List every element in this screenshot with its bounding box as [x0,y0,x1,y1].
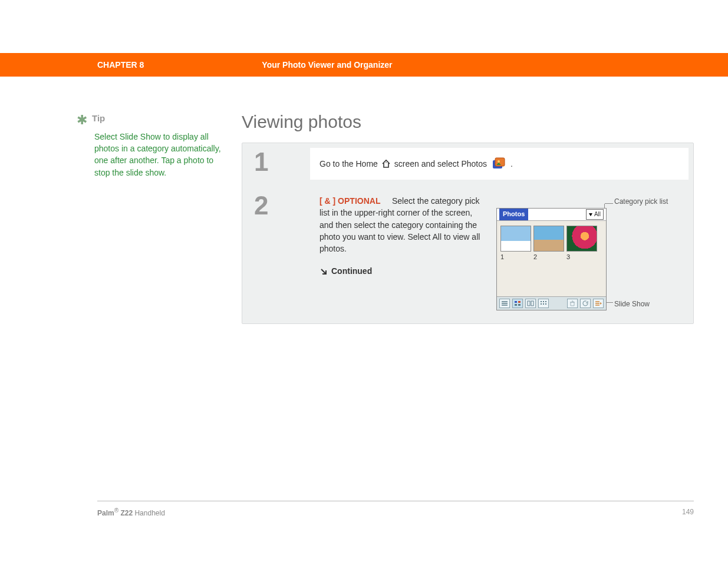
step-2: 2 [ & ] OPTIONAL Select the category pic… [242,187,693,323]
step-2-body: [ & ] OPTIONAL Select the category pick … [310,187,689,319]
svg-point-3 [498,160,500,163]
thumbnail[interactable]: 3 [566,226,596,262]
view-large-thumb-icon[interactable] [512,299,523,308]
svg-point-0 [386,162,387,163]
tip-body: Select Slide Show to display all photos … [94,131,230,178]
slideshow-icon[interactable] [593,299,604,308]
svg-rect-8 [528,301,530,306]
view-medium-thumb-icon[interactable] [525,299,536,308]
device-screenshot: Photos All 1 [496,208,607,310]
svg-rect-5 [518,301,521,303]
screenshot-area: Category pick list Photos All [496,195,679,310]
chapter-header: CHAPTER 8 Your Photo Viewer and Organize… [0,53,728,77]
picklist-value: All [594,210,601,219]
svg-rect-15 [545,303,546,305]
app-toolbar [497,296,606,310]
view-list-icon[interactable] [499,299,510,308]
steps-container: 1 Go to the Home screen and select Photo… [242,143,694,324]
continued-label: Continued [331,265,372,277]
step1-period: . [510,158,513,170]
svg-rect-14 [543,303,544,305]
page-number: 149 [682,508,694,516]
tip-sidebar: ✱ Tip Select Slide Show to display all p… [77,112,230,324]
callout-line [606,302,613,303]
chapter-title: Your Photo Viewer and Organizer [262,60,392,70]
home-icon [381,159,391,168]
app-header: Photos All [497,209,606,221]
asterisk-icon: ✱ [77,111,87,130]
optional-label: OPTIONAL [338,196,380,206]
app-title: Photos [499,209,528,220]
category-picklist[interactable]: All [586,209,604,220]
svg-rect-12 [545,301,546,302]
svg-rect-4 [515,301,517,303]
thumbnail-label: 1 [500,253,530,262]
svg-rect-13 [541,303,542,305]
view-small-thumb-icon[interactable] [538,299,549,308]
main-content: Viewing photos 1 Go to the Home screen a… [242,112,694,324]
tip-label: Tip [92,112,105,125]
svg-rect-10 [541,301,542,302]
step-number: 1 [242,143,310,184]
thumbnail-image [500,226,531,252]
photos-app-icon [490,156,507,171]
dropdown-triangle-icon [589,213,592,216]
callout-line [605,203,613,204]
step1-text-pre: Go to the Home [319,158,378,170]
thumbnail-image [533,226,564,252]
step-1: 1 Go to the Home screen and select Photo… [242,143,693,184]
section-heading: Viewing photos [242,112,694,132]
callout-slideshow: Slide Show [614,299,650,309]
svg-rect-6 [515,304,517,306]
continued-indicator: Continued [319,265,487,277]
step1-text-post: screen and select Photos [394,158,487,170]
optional-prefix: [ & ] [319,196,335,206]
continued-arrow-icon [319,267,328,276]
svg-rect-11 [543,301,544,302]
thumbnail-image [566,226,597,252]
svg-rect-9 [531,301,533,306]
thumbnail[interactable]: 2 [533,226,563,262]
thumbnail-label: 3 [566,253,596,262]
thumbnail-grid: 1 2 3 [497,221,606,265]
trash-icon[interactable] [567,299,578,308]
svg-rect-7 [518,304,521,306]
callout-category: Category pick list [614,197,668,206]
rotate-icon[interactable] [580,299,591,308]
thumbnail[interactable]: 1 [500,226,530,262]
footer-product: Palm® Z22 Handheld [97,507,165,517]
page-footer: Palm® Z22 Handheld 149 [97,501,694,517]
step-1-body: Go to the Home screen and select Photos … [310,148,689,180]
thumbnail-label: 2 [533,253,563,262]
step-number: 2 [242,187,310,323]
chapter-number: CHAPTER 8 [97,60,144,70]
